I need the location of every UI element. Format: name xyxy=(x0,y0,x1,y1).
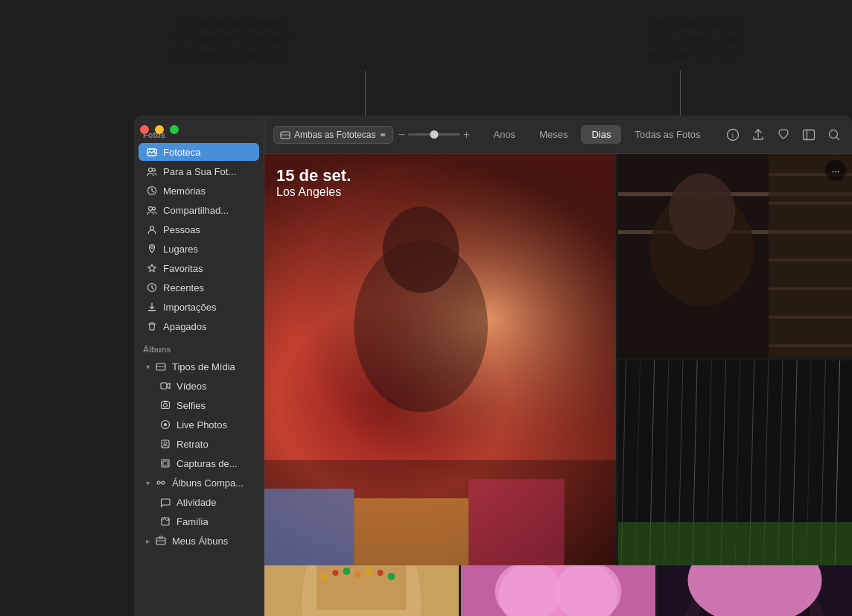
importacoes-icon xyxy=(146,301,158,313)
sidebar-item-capturas[interactable]: Capturas de... xyxy=(139,454,259,472)
sidebar-item-importacoes[interactable]: Importações xyxy=(139,298,259,316)
photo-bottom-2[interactable] xyxy=(461,565,655,616)
photo-top-right-2[interactable] xyxy=(618,361,852,565)
sidebar-item-selfies[interactable]: Selfies xyxy=(139,396,259,414)
minimize-button[interactable] xyxy=(155,125,164,134)
svg-rect-49 xyxy=(768,344,852,347)
retrato-icon xyxy=(159,438,171,450)
svg-rect-37 xyxy=(354,498,468,565)
selfies-icon xyxy=(159,399,171,411)
svg-point-34 xyxy=(383,207,460,293)
more-button[interactable]: ··· xyxy=(825,160,846,181)
para-sua-foto-label: Para a Sua Fot... xyxy=(163,166,236,177)
lugares-label: Lugares xyxy=(163,244,198,255)
photo-main[interactable]: 15 de set. Los Angeles xyxy=(264,154,616,565)
zoom-plus[interactable]: + xyxy=(463,128,470,142)
svg-point-90 xyxy=(688,565,822,616)
svg-point-22 xyxy=(157,481,160,484)
videos-icon xyxy=(159,380,171,392)
videos-label: Vídeos xyxy=(177,381,206,392)
search-button[interactable] xyxy=(825,126,843,144)
svg-rect-21 xyxy=(163,461,168,466)
sidebar-item-recentes[interactable]: Recentes xyxy=(139,279,259,296)
library-icon xyxy=(280,130,290,140)
memorias-label: Memórias xyxy=(163,185,206,197)
fototeca-label: Fototeca xyxy=(163,147,201,158)
svg-point-85 xyxy=(555,565,622,616)
para-sua-foto-icon xyxy=(146,165,158,177)
app-window: Fotos Fototeca Para xyxy=(134,115,852,616)
lugares-icon xyxy=(146,243,158,255)
sidebar-section-albuns: Álbuns xyxy=(134,336,264,357)
familia-icon xyxy=(159,515,171,527)
sidebar-item-albuns-compa[interactable]: ▾ Álbuns Compa... xyxy=(139,474,259,492)
tab-meses[interactable]: Meses xyxy=(529,125,578,144)
sidebar-item-favoritas[interactable]: Favoritas xyxy=(139,259,259,277)
library-selector[interactable]: Ambas as Fototecas xyxy=(273,126,393,144)
compartilhado-icon xyxy=(146,204,158,216)
sidebar-item-atividade[interactable]: Atividade xyxy=(139,493,259,511)
sidebar-item-videos[interactable]: Vídeos xyxy=(139,377,259,395)
sidebar-item-live-photos[interactable]: Live Photos xyxy=(139,416,259,434)
sidebar-item-familia[interactable]: Família xyxy=(139,512,259,530)
svg-rect-10 xyxy=(148,310,156,311)
svg-rect-36 xyxy=(264,489,354,565)
svg-text:i: i xyxy=(732,131,734,139)
sidebar-item-tipos-de-midia[interactable]: ▾ Tipos de Mídia xyxy=(139,358,259,375)
tab-anos[interactable]: Anos xyxy=(483,125,526,144)
albuns-compa-label: Álbuns Compa... xyxy=(172,477,244,489)
photo-bottom-3[interactable] xyxy=(658,565,852,616)
fototeca-icon xyxy=(146,146,158,158)
selfies-label: Selfies xyxy=(177,400,206,411)
tab-todas-as-fotos[interactable]: Todas as Fotos xyxy=(624,125,710,144)
info-button[interactable]: i xyxy=(724,126,742,144)
photo-tr2-svg xyxy=(618,361,852,565)
sidebar-item-para-sua-foto[interactable]: Para a Sua Fot... xyxy=(139,162,259,180)
svg-rect-48 xyxy=(768,316,852,319)
svg-rect-46 xyxy=(768,258,852,261)
lower-row xyxy=(264,565,852,616)
svg-point-77 xyxy=(366,568,373,575)
toolbar-left: Ambas as Fototecas − + xyxy=(273,126,470,144)
photo-top-right-1[interactable]: ··· xyxy=(618,154,852,358)
close-button[interactable] xyxy=(140,125,149,134)
sidebar-item-meus-albuns[interactable]: ▸ Meus Álbuns xyxy=(139,532,259,550)
sidebar-item-memorias[interactable]: Memórias xyxy=(139,182,259,200)
selector-chevron-icon xyxy=(379,131,387,139)
svg-point-1 xyxy=(153,150,155,152)
photo-b2-svg xyxy=(461,565,655,616)
svg-rect-44 xyxy=(768,202,852,205)
chevron-meus-icon: ▸ xyxy=(146,537,150,545)
sidebar-item-lugares[interactable]: Lugares xyxy=(139,240,259,258)
importacoes-label: Importações xyxy=(163,302,217,313)
sidebar-toggle-button[interactable] xyxy=(800,126,818,144)
upper-grid: 15 de set. Los Angeles xyxy=(264,154,852,565)
svg-point-7 xyxy=(150,226,154,230)
svg-rect-12 xyxy=(161,383,167,389)
svg-point-17 xyxy=(164,423,167,426)
sidebar-item-retrato[interactable]: Retrato xyxy=(139,435,259,453)
svg-point-76 xyxy=(355,571,361,577)
sidebar-item-pessoas[interactable]: Pessoas xyxy=(139,220,259,238)
maximize-button[interactable] xyxy=(170,125,179,134)
pessoas-label: Pessoas xyxy=(163,224,200,235)
sidebar-item-compartilhado[interactable]: Compartilhad... xyxy=(139,201,259,219)
chevron-tipos-icon: ▾ xyxy=(146,363,150,371)
photo-b1-svg xyxy=(264,565,459,616)
live-photos-icon xyxy=(159,419,171,431)
svg-point-78 xyxy=(378,570,384,576)
share-button[interactable] xyxy=(749,126,767,144)
zoom-minus[interactable]: − xyxy=(398,128,404,142)
retrato-label: Retrato xyxy=(177,439,209,450)
zoom-slider[interactable] xyxy=(408,133,460,136)
svg-point-23 xyxy=(162,481,165,484)
memorias-icon xyxy=(146,185,158,197)
sidebar-item-apagados[interactable]: Apagados xyxy=(139,317,259,335)
heart-button[interactable] xyxy=(775,126,792,144)
sidebar-item-fototeca[interactable]: Fototeca xyxy=(139,143,259,161)
tipos-de-midia-icon xyxy=(155,361,167,372)
live-photos-label: Live Photos xyxy=(177,419,227,431)
photo-bottom-1[interactable] xyxy=(264,565,459,616)
date-label: 15 de set. Los Angeles xyxy=(276,166,351,199)
tab-dias[interactable]: Dias xyxy=(581,125,621,144)
